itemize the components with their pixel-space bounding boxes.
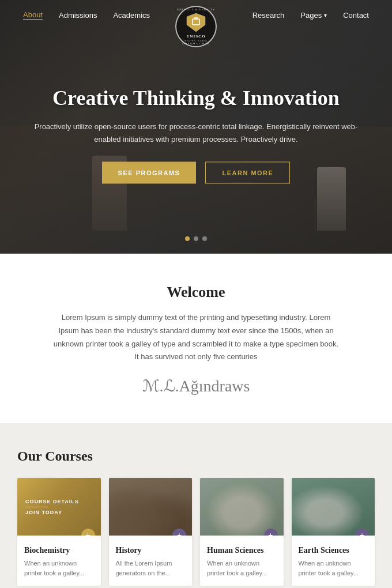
signature: ℳ.ℒ.Ağındraws [46,376,346,395]
course-desc-earth-sciences: When an unknown printer took a galley... [299,559,368,578]
learn-more-button[interactable]: LEARN MORE [205,162,290,184]
course-card-history: + History All the Lorem Ipsum generators… [109,478,193,586]
course-desc-biochemistry: When an unknown printer took a galley... [24,559,94,578]
course-info-history: History All the Lorem Ipsum generators o… [109,536,193,586]
dot-3[interactable] [202,236,207,241]
course-image-history: + [109,478,193,536]
course-desc-history: All the Lorem Ipsum generators on the... [116,559,186,578]
hero-subtitle: Proactively utilize open-source users fo… [29,120,363,146]
dot-1[interactable] [185,236,190,241]
university-logo[interactable]: UNISCO UNIVERSITY UNISCO SATYA VADA DHAR… [175,6,217,47]
course-desc-human-sciences: When an unknown printer took a galley... [207,559,277,578]
course-card-biochemistry: COURSE DETAILS JOIN TODAY + Biochemistry… [17,478,101,586]
logo-unisco-text: UNISCO [186,34,205,39]
course-info-biochemistry: Biochemistry When an unknown printer too… [17,536,101,586]
courses-grid: COURSE DETAILS JOIN TODAY + Biochemistry… [17,478,375,586]
nav-academics[interactable]: Academics [113,11,150,20]
course-bg-history [109,478,193,536]
hero-section: About Admissions Academics Research Page… [0,0,392,254]
course-join-label: JOIN TODAY [25,510,62,515]
courses-section-title: Our Courses [17,448,375,464]
logo-circle: UNISCO UNIVERSITY UNISCO SATYA VADA DHAR… [175,6,217,47]
course-info-earth-sciences: Earth Sciences When an unknown printer t… [292,536,375,586]
dot-2[interactable] [194,236,198,241]
see-programs-button[interactable]: SEE PROGRAMS [102,162,197,184]
course-image-earth-sciences: + [292,478,375,536]
svg-marker-0 [187,13,205,32]
nav-left: About Admissions Academics [23,10,150,20]
course-name-earth-sciences: Earth Sciences [299,546,368,555]
course-bg-earth-sciences [292,478,375,536]
nav-about[interactable]: About [23,10,43,20]
course-name-biochemistry: Biochemistry [24,546,94,555]
logo-tagline: SATYA VADA DHARMA CHAR [176,39,216,45]
course-detail-label: COURSE DETAILS [25,499,79,504]
hero-content: Creative Thinking & Innovation Proactive… [29,86,363,184]
logo-shield-icon [186,12,206,33]
nav-research[interactable]: Research [252,11,285,20]
course-card-earth-sciences: + Earth Sciences When an unknown printer… [292,478,375,586]
course-bg-biochemistry: COURSE DETAILS JOIN TODAY [17,478,101,536]
logo-university-name: UNISCO UNIVERSITY [177,8,216,11]
hero-buttons: SEE PROGRAMS LEARN MORE [29,162,363,184]
courses-section: Our Courses COURSE DETAILS JOIN TODAY + … [0,423,392,588]
hero-carousel-dots [185,236,207,241]
course-name-human-sciences: Human Sciences [207,546,277,555]
course-image-biochemistry: COURSE DETAILS JOIN TODAY + [17,478,101,536]
welcome-title: Welcome [46,284,346,301]
nav-contact[interactable]: Contact [343,11,369,20]
nav-pages[interactable]: Pages ▾ [300,11,327,20]
welcome-text: Lorem Ipsum is simply dummy text of the … [52,311,340,364]
course-image-human-sciences: + [200,478,284,536]
course-name-history: History [116,546,186,555]
nav-right: Research Pages ▾ Contact [252,11,369,20]
course-detail-separator [25,507,48,507]
course-bg-human-sciences [200,478,284,536]
course-card-human-sciences: + Human Sciences When an unknown printer… [200,478,284,586]
hero-title: Creative Thinking & Innovation [29,86,363,110]
nav-admissions[interactable]: Admissions [59,11,97,20]
chevron-down-icon: ▾ [324,12,327,18]
welcome-section: Welcome Lorem Ipsum is simply dummy text… [0,254,392,423]
course-info-human-sciences: Human Sciences When an unknown printer t… [200,536,284,586]
